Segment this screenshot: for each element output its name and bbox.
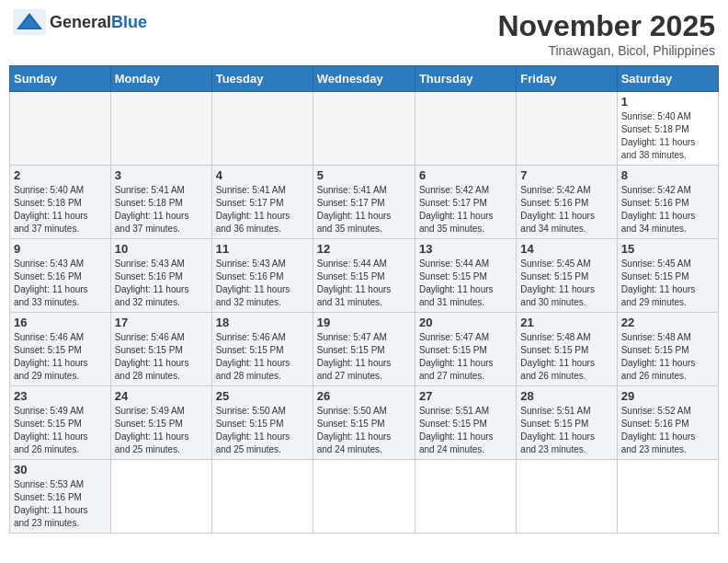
day-info: Sunrise: 5:43 AM Sunset: 5:16 PM Dayligh… bbox=[216, 258, 309, 309]
calendar-cell: 30Sunrise: 5:53 AM Sunset: 5:16 PM Dayli… bbox=[10, 460, 111, 534]
calendar-cell: 3Sunrise: 5:41 AM Sunset: 5:18 PM Daylig… bbox=[110, 166, 211, 239]
header: GeneralBlue November 2025 Tinawagan, Bic… bbox=[9, 9, 719, 58]
day-number: 23 bbox=[14, 389, 107, 403]
calendar-cell bbox=[110, 92, 211, 166]
day-number: 16 bbox=[14, 316, 107, 329]
day-number: 10 bbox=[115, 242, 208, 256]
day-info: Sunrise: 5:41 AM Sunset: 5:17 PM Dayligh… bbox=[216, 184, 309, 236]
day-number: 11 bbox=[216, 242, 309, 256]
calendar-cell bbox=[211, 460, 313, 534]
calendar-cell: 18Sunrise: 5:46 AM Sunset: 5:15 PM Dayli… bbox=[211, 313, 313, 386]
calendar-cell: 20Sunrise: 5:47 AM Sunset: 5:15 PM Dayli… bbox=[415, 313, 516, 386]
day-info: Sunrise: 5:41 AM Sunset: 5:18 PM Dayligh… bbox=[115, 184, 208, 236]
calendar-week-row: 23Sunrise: 5:49 AM Sunset: 5:15 PM Dayli… bbox=[10, 386, 719, 460]
day-number: 7 bbox=[520, 168, 612, 182]
weekday-header: Thursday bbox=[415, 66, 516, 92]
calendar-cell: 21Sunrise: 5:48 AM Sunset: 5:15 PM Dayli… bbox=[517, 313, 617, 386]
logo: GeneralBlue bbox=[13, 9, 147, 35]
calendar-cell: 11Sunrise: 5:43 AM Sunset: 5:16 PM Dayli… bbox=[211, 239, 313, 313]
day-number: 3 bbox=[115, 168, 208, 182]
weekday-header: Monday bbox=[110, 66, 211, 92]
calendar-week-row: 16Sunrise: 5:46 AM Sunset: 5:15 PM Dayli… bbox=[10, 313, 719, 386]
day-info: Sunrise: 5:46 AM Sunset: 5:15 PM Dayligh… bbox=[216, 331, 309, 383]
day-info: Sunrise: 5:47 AM Sunset: 5:15 PM Dayligh… bbox=[317, 331, 411, 383]
day-info: Sunrise: 5:41 AM Sunset: 5:17 PM Dayligh… bbox=[317, 184, 411, 236]
day-number: 28 bbox=[520, 389, 612, 403]
day-info: Sunrise: 5:42 AM Sunset: 5:16 PM Dayligh… bbox=[520, 184, 612, 236]
day-number: 14 bbox=[520, 242, 612, 256]
day-info: Sunrise: 5:53 AM Sunset: 5:16 PM Dayligh… bbox=[14, 478, 107, 530]
calendar-week-row: 9Sunrise: 5:43 AM Sunset: 5:16 PM Daylig… bbox=[10, 239, 719, 313]
day-info: Sunrise: 5:48 AM Sunset: 5:15 PM Dayligh… bbox=[520, 331, 612, 383]
calendar: SundayMondayTuesdayWednesdayThursdayFrid… bbox=[9, 65, 719, 534]
weekday-header-row: SundayMondayTuesdayWednesdayThursdayFrid… bbox=[10, 66, 719, 92]
calendar-cell: 4Sunrise: 5:41 AM Sunset: 5:17 PM Daylig… bbox=[211, 166, 313, 239]
day-number: 12 bbox=[317, 242, 411, 256]
calendar-cell bbox=[415, 92, 516, 166]
day-number: 22 bbox=[621, 316, 714, 329]
day-number: 6 bbox=[419, 168, 512, 182]
day-info: Sunrise: 5:47 AM Sunset: 5:15 PM Dayligh… bbox=[419, 331, 512, 383]
day-info: Sunrise: 5:45 AM Sunset: 5:15 PM Dayligh… bbox=[621, 258, 714, 309]
calendar-cell: 16Sunrise: 5:46 AM Sunset: 5:15 PM Dayli… bbox=[10, 313, 111, 386]
calendar-cell bbox=[517, 92, 617, 166]
month-title: November 2025 bbox=[497, 9, 715, 43]
calendar-cell: 17Sunrise: 5:46 AM Sunset: 5:15 PM Dayli… bbox=[110, 313, 211, 386]
calendar-cell: 28Sunrise: 5:51 AM Sunset: 5:15 PM Dayli… bbox=[517, 386, 617, 460]
day-number: 25 bbox=[216, 389, 309, 403]
day-info: Sunrise: 5:45 AM Sunset: 5:15 PM Dayligh… bbox=[520, 258, 612, 309]
logo-icon bbox=[13, 9, 46, 35]
calendar-cell: 2Sunrise: 5:40 AM Sunset: 5:18 PM Daylig… bbox=[10, 166, 111, 239]
day-info: Sunrise: 5:50 AM Sunset: 5:15 PM Dayligh… bbox=[317, 405, 411, 456]
day-info: Sunrise: 5:46 AM Sunset: 5:15 PM Dayligh… bbox=[115, 331, 208, 383]
calendar-cell: 9Sunrise: 5:43 AM Sunset: 5:16 PM Daylig… bbox=[10, 239, 111, 313]
day-number: 5 bbox=[317, 168, 411, 182]
calendar-week-row: 30Sunrise: 5:53 AM Sunset: 5:16 PM Dayli… bbox=[10, 460, 719, 534]
day-number: 17 bbox=[115, 316, 208, 329]
logo-text: GeneralBlue bbox=[50, 13, 147, 32]
day-number: 13 bbox=[419, 242, 512, 256]
subtitle: Tinawagan, Bicol, Philippines bbox=[497, 43, 715, 58]
day-info: Sunrise: 5:51 AM Sunset: 5:15 PM Dayligh… bbox=[520, 405, 612, 456]
day-number: 1 bbox=[621, 95, 714, 109]
calendar-cell: 10Sunrise: 5:43 AM Sunset: 5:16 PM Dayli… bbox=[110, 239, 211, 313]
day-number: 4 bbox=[216, 168, 309, 182]
calendar-cell: 19Sunrise: 5:47 AM Sunset: 5:15 PM Dayli… bbox=[313, 313, 415, 386]
day-info: Sunrise: 5:49 AM Sunset: 5:15 PM Dayligh… bbox=[14, 405, 107, 456]
day-info: Sunrise: 5:40 AM Sunset: 5:18 PM Dayligh… bbox=[621, 110, 714, 162]
calendar-cell bbox=[10, 92, 111, 166]
calendar-cell bbox=[313, 460, 415, 534]
day-number: 27 bbox=[419, 389, 512, 403]
calendar-cell: 27Sunrise: 5:51 AM Sunset: 5:15 PM Dayli… bbox=[415, 386, 516, 460]
day-info: Sunrise: 5:46 AM Sunset: 5:15 PM Dayligh… bbox=[14, 331, 107, 383]
calendar-cell: 14Sunrise: 5:45 AM Sunset: 5:15 PM Dayli… bbox=[517, 239, 617, 313]
calendar-cell bbox=[313, 92, 415, 166]
weekday-header: Friday bbox=[517, 66, 617, 92]
day-number: 24 bbox=[115, 389, 208, 403]
calendar-cell: 6Sunrise: 5:42 AM Sunset: 5:17 PM Daylig… bbox=[415, 166, 516, 239]
day-info: Sunrise: 5:52 AM Sunset: 5:16 PM Dayligh… bbox=[621, 405, 714, 456]
weekday-header: Saturday bbox=[617, 66, 718, 92]
calendar-cell: 24Sunrise: 5:49 AM Sunset: 5:15 PM Dayli… bbox=[110, 386, 211, 460]
day-number: 18 bbox=[216, 316, 309, 329]
day-number: 2 bbox=[14, 168, 107, 182]
day-number: 21 bbox=[520, 316, 612, 329]
calendar-cell: 5Sunrise: 5:41 AM Sunset: 5:17 PM Daylig… bbox=[313, 166, 415, 239]
day-info: Sunrise: 5:40 AM Sunset: 5:18 PM Dayligh… bbox=[14, 184, 107, 236]
day-info: Sunrise: 5:50 AM Sunset: 5:15 PM Dayligh… bbox=[216, 405, 309, 456]
weekday-header: Sunday bbox=[10, 66, 111, 92]
day-number: 30 bbox=[14, 463, 107, 477]
calendar-cell: 26Sunrise: 5:50 AM Sunset: 5:15 PM Dayli… bbox=[313, 386, 415, 460]
weekday-header: Tuesday bbox=[211, 66, 313, 92]
calendar-cell bbox=[415, 460, 516, 534]
calendar-week-row: 1Sunrise: 5:40 AM Sunset: 5:18 PM Daylig… bbox=[10, 92, 719, 166]
calendar-cell: 23Sunrise: 5:49 AM Sunset: 5:15 PM Dayli… bbox=[10, 386, 111, 460]
day-number: 8 bbox=[621, 168, 714, 182]
calendar-cell: 8Sunrise: 5:42 AM Sunset: 5:16 PM Daylig… bbox=[617, 166, 718, 239]
calendar-cell: 25Sunrise: 5:50 AM Sunset: 5:15 PM Dayli… bbox=[211, 386, 313, 460]
day-info: Sunrise: 5:42 AM Sunset: 5:16 PM Dayligh… bbox=[621, 184, 714, 236]
day-info: Sunrise: 5:44 AM Sunset: 5:15 PM Dayligh… bbox=[317, 258, 411, 309]
calendar-cell: 15Sunrise: 5:45 AM Sunset: 5:15 PM Dayli… bbox=[617, 239, 718, 313]
calendar-cell bbox=[617, 460, 718, 534]
day-info: Sunrise: 5:43 AM Sunset: 5:16 PM Dayligh… bbox=[14, 258, 107, 309]
